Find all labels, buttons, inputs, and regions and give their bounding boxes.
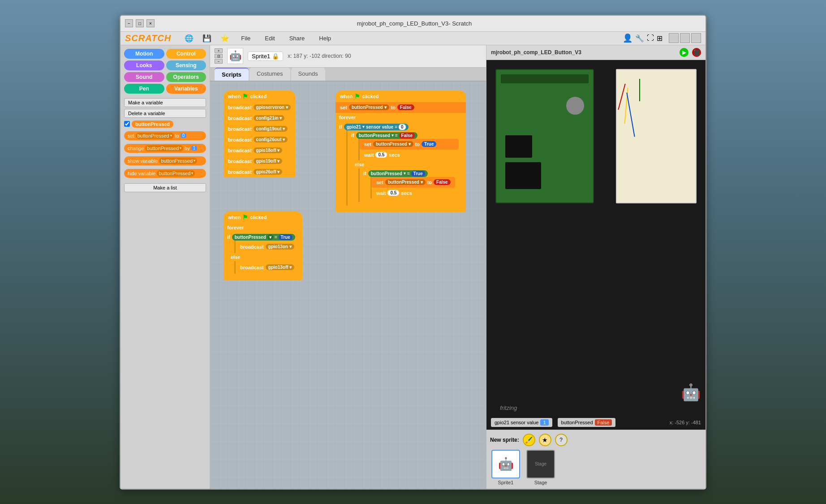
script-canvas[interactable]: when ⚑ clicked broadcast gpioserveron ▾ … (210, 82, 486, 489)
show-var-name: buttonPressed▾ (159, 158, 197, 164)
cat-motion-btn[interactable]: Motion (124, 49, 164, 59)
paint-sprite-btn[interactable]: 🖌️ (523, 434, 535, 446)
forever-block-3[interactable]: forever (336, 113, 466, 122)
inner-if-condition: buttonPressed▾ = False (356, 132, 417, 139)
broadcast-gpio26off[interactable]: broadcast gpio26off ▾ (224, 167, 295, 177)
forever-block-2[interactable]: forever (224, 223, 302, 232)
cat-operators-btn[interactable]: Operators (166, 72, 206, 82)
cat-looks-btn[interactable]: Looks (124, 60, 164, 70)
when-label-1: when (228, 94, 241, 99)
stop-btn[interactable]: ⬛ (692, 48, 701, 57)
grid-icon[interactable]: ⊞ (657, 34, 663, 43)
lock-icon[interactable]: 🔒 (272, 53, 279, 60)
forever-end-3 (336, 206, 466, 212)
set-bp-false[interactable]: set buttonPressed ▾ to False (372, 177, 455, 188)
make-list-btn[interactable]: Make a list (124, 183, 206, 192)
hide-block[interactable]: hide variable buttonPressed▾ (124, 169, 206, 178)
hat-block-1[interactable]: when ⚑ clicked (224, 90, 295, 102)
zoom-in-btn[interactable]: + (215, 48, 223, 53)
clicked-label-1: clicked (250, 94, 267, 99)
hat-block-2[interactable]: when ⚑ clicked (224, 211, 302, 223)
hat-block-3[interactable]: when ⚑ clicked (336, 90, 466, 102)
broadcast-val-4: config26out ▾ (254, 137, 288, 142)
if-body-2: broadcast gpio13on ▾ (234, 241, 299, 253)
cat-sensing-btn[interactable]: Sensing (166, 60, 206, 70)
change-block[interactable]: change buttonPressed▾ by 1 (124, 144, 206, 153)
broadcast-val-7: gpio26off ▾ (254, 169, 283, 175)
sprite-thumb-sprite1[interactable]: 🤖 Sprite1 (490, 450, 521, 485)
maximize-button[interactable]: □ (136, 19, 144, 27)
gpio21-condition: gpio21▾ sensor value = 0 (344, 124, 409, 130)
star-icon[interactable]: ⭐ (220, 34, 229, 43)
scratch-logo: SCRATCH (125, 33, 171, 43)
upload-sprite-btn[interactable]: ? (555, 434, 568, 446)
set-bp-true[interactable]: set buttonPressed ▾ to True (360, 139, 459, 150)
tab-scripts[interactable]: Scripts (215, 68, 249, 81)
broadcast-gpio18off[interactable]: broadcast gpio18off ▾ (224, 145, 295, 156)
window-controls: − □ × (125, 19, 155, 27)
tabs-row: Scripts Costumes Sounds (210, 68, 486, 82)
menu-help[interactable]: Help (316, 34, 334, 43)
set-buttonpressed-false[interactable]: set buttonPressed ▾ to False (336, 102, 466, 113)
gpio21-val: 1 (540, 419, 548, 426)
layout-btn-2[interactable] (680, 33, 690, 43)
else-body-2: broadcast gpio13off ▾ (234, 261, 299, 274)
menu-share[interactable]: Share (287, 34, 308, 43)
broadcast-gpio13on[interactable]: broadcast gpio13on ▾ (236, 241, 299, 252)
script-group-2: when ⚑ clicked forever if buttonPressed▾… (224, 211, 302, 280)
broadcast-gpioserveron[interactable]: broadcast gpioserveron ▾ (224, 102, 295, 113)
stage-title: mjrobot_ph_comp_LED_Button_V3 (491, 49, 676, 56)
variable-name-label: buttonPressed (132, 121, 173, 128)
zoom-fit-btn[interactable]: ⊡ (215, 54, 223, 58)
cat-pen-btn[interactable]: Pen (124, 84, 164, 94)
delete-variable-btn[interactable]: Delete a variable (124, 109, 206, 118)
script-group-1: when ⚑ clicked broadcast gpioserveron ▾ … (224, 90, 295, 177)
inner-if-body: set buttonPressed ▾ to True wait 0.5 sec… (358, 139, 459, 160)
broadcast-gpio19off[interactable]: broadcast gpio19off ▾ (224, 156, 295, 167)
green-flag-btn[interactable]: ▶ (680, 48, 688, 57)
layout-btn-3[interactable] (691, 33, 701, 43)
hide-var-name: buttonPressed▾ (157, 170, 195, 177)
broadcast-config21in[interactable]: broadcast config21in ▾ (224, 113, 295, 124)
sprite1-img: 🤖 (491, 450, 520, 478)
var-btn-pressed: buttonPressed ▾ (349, 104, 389, 110)
wait-05-secs-2[interactable]: wait 0.5 secs (372, 188, 455, 198)
cat-control-btn[interactable]: Control (166, 49, 206, 59)
minimize-button[interactable]: − (125, 19, 133, 27)
settings-icon[interactable]: 🔧 (635, 34, 644, 43)
zoom-out-btn[interactable]: − (215, 59, 223, 64)
globe-icon[interactable]: 🌐 (185, 34, 194, 43)
stage-area: mjrobot_ph_comp_LED_Button_V3 ▶ ⬛ (486, 45, 706, 489)
sprite-thumb-stage[interactable]: Stage Stage (525, 450, 556, 485)
close-button[interactable]: × (146, 19, 155, 27)
sprite-coords: x: 187 y: -102 direction: 90 (288, 53, 351, 59)
green-flag-1: ⚑ (242, 93, 248, 100)
user-icon[interactable]: 👤 (623, 33, 632, 43)
save-icon[interactable]: 💾 (202, 34, 211, 43)
broadcast-config26out[interactable]: broadcast config26out ▾ (224, 134, 295, 145)
when-label-2: when (228, 215, 241, 220)
menu-file[interactable]: File (238, 34, 253, 43)
wait-05-secs-1[interactable]: wait 0.5 secs (360, 150, 459, 160)
random-sprite-btn[interactable]: ★ (539, 434, 551, 446)
variable-controls: Make a variable Delete a variable button… (124, 98, 206, 192)
stage-img: Stage (526, 450, 555, 478)
if-block-2: if buttonPressed▾ = True broadcast gpio1… (224, 232, 302, 274)
set-block[interactable]: set buttonPressed▾ to 0 (124, 131, 206, 140)
stage-header: mjrobot_ph_comp_LED_Button_V3 ▶ ⬛ (486, 45, 706, 60)
stage-coords: x: -526 y: -481 (670, 420, 701, 425)
cat-variables-btn[interactable]: Variables (166, 84, 206, 94)
show-block[interactable]: show variable buttonPressed▾ (124, 156, 206, 165)
tab-sounds[interactable]: Sounds (291, 68, 325, 81)
broadcast-gpio13off[interactable]: broadcast gpio13off ▾ (236, 262, 299, 273)
inner-if-block: if buttonPressed▾ = False set (348, 130, 462, 206)
tab-costumes[interactable]: Costumes (250, 68, 290, 81)
variable-checkbox[interactable] (124, 121, 130, 127)
layout-btn-1[interactable] (669, 33, 679, 43)
fullscreen-icon[interactable]: ⛶ (647, 34, 654, 42)
broadcast-config19out[interactable]: broadcast config19out ▾ (224, 124, 295, 134)
menu-edit[interactable]: Edit (262, 34, 277, 43)
make-variable-btn[interactable]: Make a variable (124, 98, 206, 107)
fritzing-label: fritzing (500, 404, 517, 412)
cat-sound-btn[interactable]: Sound (124, 72, 164, 82)
